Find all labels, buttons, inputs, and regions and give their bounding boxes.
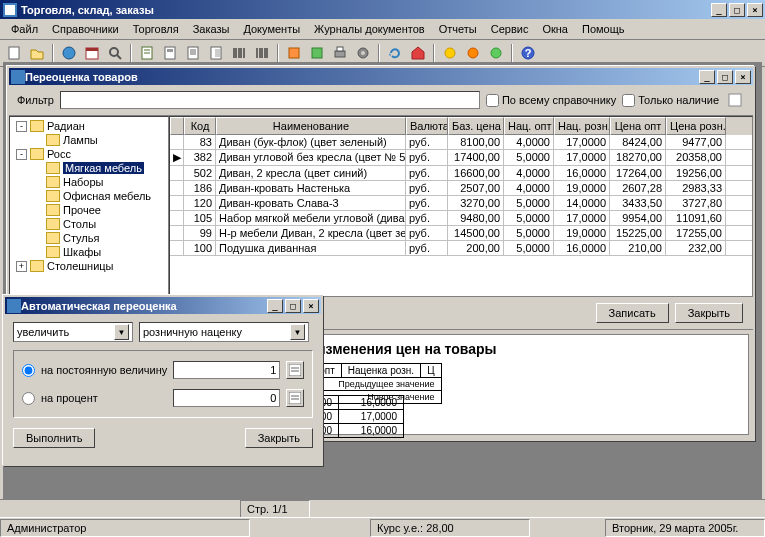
folder-icon xyxy=(46,232,60,244)
menu-item[interactable]: Сервис xyxy=(484,21,536,37)
tree-item[interactable]: Прочее xyxy=(12,203,166,217)
grid-header-cell[interactable]: Цена опт xyxy=(610,117,666,135)
grid-header-cell[interactable] xyxy=(170,117,184,135)
tool-doc4-icon[interactable] xyxy=(206,43,226,63)
tool-star1-icon[interactable] xyxy=(440,43,460,63)
tree-item[interactable]: +Столешницы xyxy=(12,259,166,273)
tool-open-icon[interactable] xyxy=(27,43,47,63)
calc-icon[interactable] xyxy=(286,361,304,379)
tool-doc2-icon[interactable] xyxy=(160,43,180,63)
report-col-c: Ц xyxy=(421,364,441,378)
tree-item-label: Росс xyxy=(47,148,71,160)
execute-button[interactable]: Выполнить xyxy=(13,428,95,448)
tree-item[interactable]: -Радиан xyxy=(12,119,166,133)
tool-help-icon[interactable]: ? xyxy=(518,43,538,63)
menu-item[interactable]: Отчеты xyxy=(432,21,484,37)
minimize-button[interactable]: _ xyxy=(711,3,727,17)
tree-item[interactable]: Мягкая мебель xyxy=(12,161,166,175)
grid-header-cell[interactable]: Валюта xyxy=(406,117,448,135)
save-button[interactable]: Записать xyxy=(596,303,669,323)
table-row[interactable]: 99Н-р мебели Диван, 2 кресла (цвет зеруб… xyxy=(170,226,752,241)
menu-item[interactable]: Файл xyxy=(4,21,45,37)
radio-percent-label: на процент xyxy=(41,392,167,404)
table-row[interactable]: 120Диван-кровать Слава-3руб.3270,005,000… xyxy=(170,196,752,211)
status-user: Администратор xyxy=(0,519,250,537)
menu-item[interactable]: Торговля xyxy=(126,21,186,37)
tree-item[interactable]: Стулья xyxy=(12,231,166,245)
grid-header-cell[interactable]: Баз. цена xyxy=(448,117,504,135)
radio-constant[interactable] xyxy=(22,364,35,377)
tool-refresh-icon[interactable] xyxy=(385,43,405,63)
tool-globe-icon[interactable] xyxy=(59,43,79,63)
tool-new-icon[interactable] xyxy=(4,43,24,63)
tree-item[interactable]: Лампы xyxy=(12,133,166,147)
child-maximize-button[interactable]: □ xyxy=(717,70,733,84)
close-button[interactable]: × xyxy=(747,3,763,17)
dialog-close-btn[interactable]: Закрыть xyxy=(245,428,313,448)
tree-toggle-icon[interactable]: + xyxy=(16,261,27,272)
table-row[interactable]: 502Диван, 2 кресла (цвет синий)руб.16600… xyxy=(170,166,752,181)
tool-star3-icon[interactable] xyxy=(486,43,506,63)
menu-item[interactable]: Окна xyxy=(535,21,575,37)
dialog-close-button[interactable]: × xyxy=(303,299,319,313)
svg-rect-41 xyxy=(729,94,741,106)
tree-item[interactable]: -Росс xyxy=(12,147,166,161)
dialog-minimize-button[interactable]: _ xyxy=(267,299,283,313)
tree-item[interactable]: Столы xyxy=(12,217,166,231)
grid-header-cell[interactable]: Код xyxy=(184,117,216,135)
tool-doc1-icon[interactable] xyxy=(137,43,157,63)
dialog-maximize-button[interactable]: □ xyxy=(285,299,301,313)
maximize-button[interactable]: □ xyxy=(729,3,745,17)
tool-doc3-icon[interactable] xyxy=(183,43,203,63)
action-combo[interactable]: увеличить▼ xyxy=(13,322,133,342)
close-child-button[interactable]: Закрыть xyxy=(675,303,743,323)
tree-item[interactable]: Офисная мебель xyxy=(12,189,166,203)
grid-header-cell[interactable]: Нац. опт xyxy=(504,117,554,135)
tool-book1-icon[interactable] xyxy=(284,43,304,63)
chk-all-directory[interactable]: По всему справочнику xyxy=(486,94,616,107)
table-row[interactable]: 105Набор мягкой мебели угловой (диванруб… xyxy=(170,211,752,226)
grid-header-cell[interactable]: Цена розн. xyxy=(666,117,726,135)
menu-item[interactable]: Справочники xyxy=(45,21,126,37)
chk-only-stock[interactable]: Только наличие xyxy=(622,94,719,107)
tree-item-label: Радиан xyxy=(47,120,85,132)
menu-item[interactable]: Журналы документов xyxy=(307,21,432,37)
tree-item-label: Лампы xyxy=(63,134,98,146)
grid-header-cell[interactable]: Нац. розн. xyxy=(554,117,610,135)
constant-value-input[interactable]: 1 xyxy=(173,361,280,379)
percent-value-input[interactable]: 0 xyxy=(173,389,280,407)
menu-item[interactable]: Заказы xyxy=(186,21,237,37)
tool-calendar-icon[interactable] xyxy=(82,43,102,63)
menu-item[interactable]: Документы xyxy=(236,21,307,37)
tool-zoom-icon[interactable] xyxy=(105,43,125,63)
calc-icon[interactable] xyxy=(286,389,304,407)
filter-input[interactable] xyxy=(60,91,480,109)
child-titlebar: Переоценка товаров _ □ × xyxy=(9,68,753,85)
tool-book2-icon[interactable] xyxy=(307,43,327,63)
tool-print-icon[interactable] xyxy=(330,43,350,63)
child-minimize-button[interactable]: _ xyxy=(699,70,715,84)
tree-toggle-icon[interactable]: - xyxy=(16,149,27,160)
table-row[interactable]: 100Подушка диваннаяруб.200,005,000016,00… xyxy=(170,241,752,256)
tool-star2-icon[interactable] xyxy=(463,43,483,63)
grid-header-cell[interactable]: Наименование xyxy=(216,117,406,135)
filter-tool-icon[interactable] xyxy=(725,90,745,110)
tree-item[interactable]: Наборы xyxy=(12,175,166,189)
table-row[interactable]: 186Диван-кровать Настенькаруб.2507,004,0… xyxy=(170,181,752,196)
tree-toggle-icon[interactable]: - xyxy=(16,121,27,132)
products-grid[interactable]: КодНаименованиеВалютаБаз. ценаНац. оптНа… xyxy=(169,116,753,297)
tool-barcode2-icon[interactable] xyxy=(252,43,272,63)
tree-item[interactable]: Шкафы xyxy=(12,245,166,259)
auto-revaluation-dialog: Автоматическая переоценка _ □ × увеличит… xyxy=(3,295,323,466)
tool-barcode1-icon[interactable] xyxy=(229,43,249,63)
svg-point-37 xyxy=(491,48,501,58)
menu-item[interactable]: Помощь xyxy=(575,21,632,37)
target-combo[interactable]: розничную наценку▼ xyxy=(139,322,309,342)
radio-percent[interactable] xyxy=(22,392,35,405)
tool-gear-icon[interactable] xyxy=(353,43,373,63)
table-row[interactable]: 83Диван (бук-флок) (цвет зеленый)руб.810… xyxy=(170,135,752,150)
tool-home-icon[interactable] xyxy=(408,43,428,63)
table-row[interactable]: ▶382Диван угловой без кресла (цвет № 5ру… xyxy=(170,150,752,166)
category-tree[interactable]: -РадианЛампы-РоссМягкая мебельНаборыОфис… xyxy=(9,116,169,297)
child-close-button[interactable]: × xyxy=(735,70,751,84)
